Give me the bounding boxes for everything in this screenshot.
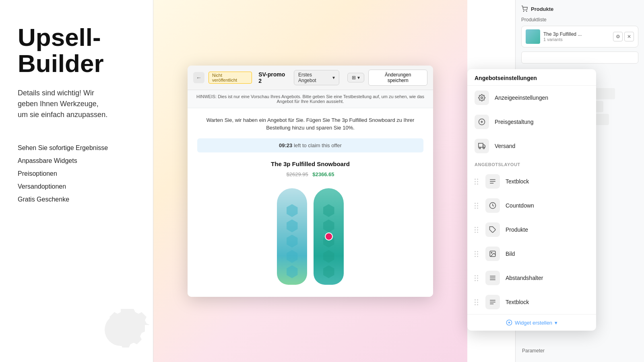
dropdown-item-label-preisgestaltung: Preisgestaltung [495, 119, 534, 125]
product-images [197, 184, 423, 289]
truck-icon [475, 139, 489, 153]
product-chip-variants: 1 variants [543, 37, 610, 42]
dropdown-item-bild[interactable]: Bild [467, 242, 596, 266]
not-published-badge: Nicht veröffentlicht [208, 72, 252, 84]
drag-handle-abstandshalter [475, 275, 478, 281]
browser-toolbar: ← Nicht veröffentlicht SV-promo 2 Erstes… [188, 66, 433, 90]
dropdown-item-produkte[interactable]: Produkte [467, 218, 596, 242]
dropdown-item-textblock1[interactable]: Textblock [467, 169, 596, 193]
dropdown-item-label-bild: Bild [506, 251, 515, 257]
page-title: SV-promo 2 [258, 71, 290, 84]
dropdown-header: Angebotseinstellungen [467, 69, 596, 86]
svg-point-15 [479, 147, 481, 149]
offer-body: Warten Sie, wir haben ein Angebot für Si… [188, 108, 433, 297]
dropdown-item-label-anzeigeeinstellungen: Anzeigeeinstellungen [495, 95, 548, 101]
create-widget-button[interactable]: Widget erstellen ▾ [506, 319, 557, 326]
product-search-input[interactable] [521, 51, 638, 64]
dropdown-item-label-versand: Versand [495, 143, 515, 149]
countdown-bar: 09:23 left to claim this offer [197, 138, 423, 152]
snowboard-image-right [314, 188, 344, 285]
parameter-label: Parameter [522, 347, 545, 354]
dollar-icon [475, 115, 489, 129]
view-toggle-button[interactable]: ⊞ ▾ [347, 73, 364, 82]
product-title: The 3p Fulfilled Snowboard [197, 160, 423, 167]
left-panel: Upsell-Builder Details sind wichtig! Wir… [0, 0, 153, 362]
drag-handle-textblock2 [475, 299, 478, 305]
sale-price: $2366.65 [312, 171, 334, 177]
svg-point-9 [481, 97, 483, 99]
drag-handle-textblock1 [475, 179, 478, 185]
drag-handle-countdown [475, 203, 478, 209]
textblock1-icon [485, 174, 500, 189]
svg-point-1 [526, 11, 527, 11]
gear-decoration-icon [80, 290, 161, 362]
subtitle-text: Details sind wichtig! Wir geben Ihnen We… [18, 88, 135, 120]
notice-bar: HINWEIS: Dies ist nur eine Vorschau Ihre… [188, 90, 433, 108]
dropdown-item-label-abstandshalter: Abstandshalter [506, 275, 543, 281]
original-price: $2629.95 [287, 171, 308, 177]
back-button[interactable]: ← [193, 72, 204, 83]
browser-window: ← Nicht veröffentlicht SV-promo 2 Erstes… [188, 66, 433, 297]
gear-icon [475, 90, 489, 105]
dropdown-item-abstandshalter[interactable]: Abstandshalter [467, 266, 596, 290]
main-preview-area: ← Nicht veröffentlicht SV-promo 2 Erstes… [153, 0, 467, 362]
product-remove-btn[interactable]: ✕ [624, 32, 634, 41]
tag-icon [485, 222, 500, 237]
feature-item-5: Gratis Geschenke [18, 196, 135, 203]
feature-item-1: Sehen Sie sofortige Ergebnisse [18, 144, 135, 152]
svg-point-0 [523, 11, 524, 11]
dropdown-item-versand[interactable]: Versand [467, 134, 596, 158]
svg-marker-14 [483, 145, 485, 147]
layout-section-label: Angebotslayout [467, 158, 596, 169]
produktliste-label: Produktliste [521, 17, 638, 23]
main-heading: Upsell-Builder [18, 24, 135, 76]
countdown-suffix: left to claim this offer [294, 142, 342, 148]
text2-icon [485, 295, 500, 309]
snowboard-image-left [277, 188, 307, 285]
product-settings-btn[interactable]: ⚙ [613, 32, 623, 41]
product-price: $2629.95 $2366.65 [197, 171, 423, 178]
drag-handle-bild [475, 251, 478, 257]
dropdown-footer: Widget erstellen ▾ [467, 314, 596, 331]
svg-point-16 [483, 147, 485, 149]
drag-handle-produkte [475, 227, 478, 233]
offer-headline: Warten Sie, wir haben ein Angebot für Si… [197, 116, 423, 132]
dropdown-item-textblock2[interactable]: Textblock [467, 290, 596, 314]
dropdown-item-anzeigeeinstellungen[interactable]: Anzeigeeinstellungen [467, 86, 596, 110]
angebotseinstellungen-dropdown: Angebotseinstellungen Anzeigeeinstellung… [467, 69, 596, 331]
svg-point-23 [491, 252, 492, 253]
dropdown-item-label-textblock1: Textblock [506, 178, 529, 185]
dropdown-item-label-countdown: Countdown [506, 202, 534, 209]
svg-rect-13 [479, 143, 483, 147]
spacer-icon [485, 271, 500, 285]
sidebar-products-title: Produkte [521, 6, 638, 12]
offer-dropdown[interactable]: Erstes Angebot ▾ [294, 70, 339, 85]
features-list: Sehen Sie sofortige Ergebnisse Anpassbar… [18, 144, 135, 203]
layout-items-group: Textblock Countdown Produkte [467, 169, 596, 314]
countdown-time: 09:23 [279, 142, 292, 148]
dropdown-item-countdown[interactable]: Countdown [467, 193, 596, 218]
feature-item-3: Preisoptionen [18, 170, 135, 177]
feature-item-4: Versandoptionen [18, 183, 135, 190]
feature-item-2: Anpassbare Widgets [18, 157, 135, 165]
product-logo-dot [325, 232, 333, 241]
product-chip-actions[interactable]: ⚙ ✕ [613, 32, 634, 41]
image-icon [485, 247, 500, 261]
clock-icon [485, 198, 500, 213]
product-chip[interactable]: The 3p Fulfilled ... 1 variants ⚙ ✕ [521, 26, 638, 47]
dropdown-item-label-textblock2: Textblock [506, 299, 529, 305]
settings-items-group: Anzeigeeinstellungen Preisgestaltung Ver… [467, 86, 596, 158]
product-chip-info: The 3p Fulfilled ... 1 variants [543, 31, 610, 42]
dropdown-item-label-produkte: Produkte [506, 226, 528, 233]
product-chip-name: The 3p Fulfilled ... [543, 31, 610, 37]
save-button[interactable]: Änderungen speichern [368, 70, 427, 86]
dropdown-item-preisgestaltung[interactable]: Preisgestaltung [467, 110, 596, 134]
product-chip-thumbnail [526, 29, 540, 44]
